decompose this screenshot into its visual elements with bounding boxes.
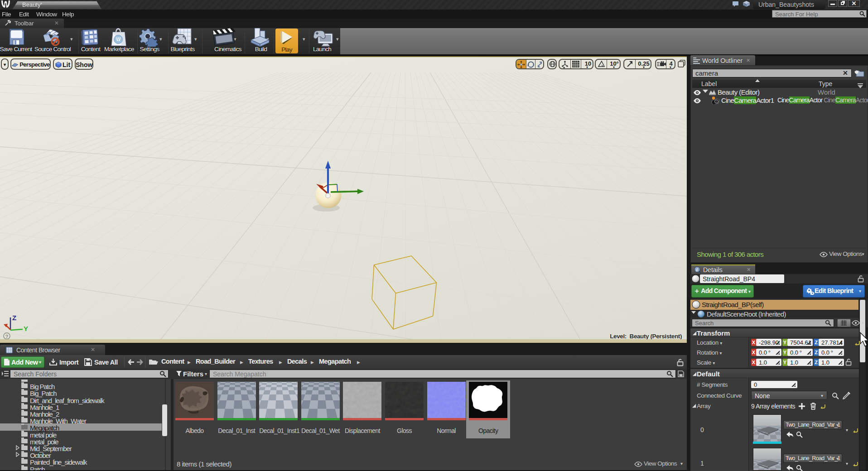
svg-text:i: i	[696, 267, 698, 272]
svg-text:?: ?	[5, 334, 9, 339]
svg-text:Z: Z	[12, 314, 16, 322]
svg-text:Y: Y	[24, 325, 28, 332]
